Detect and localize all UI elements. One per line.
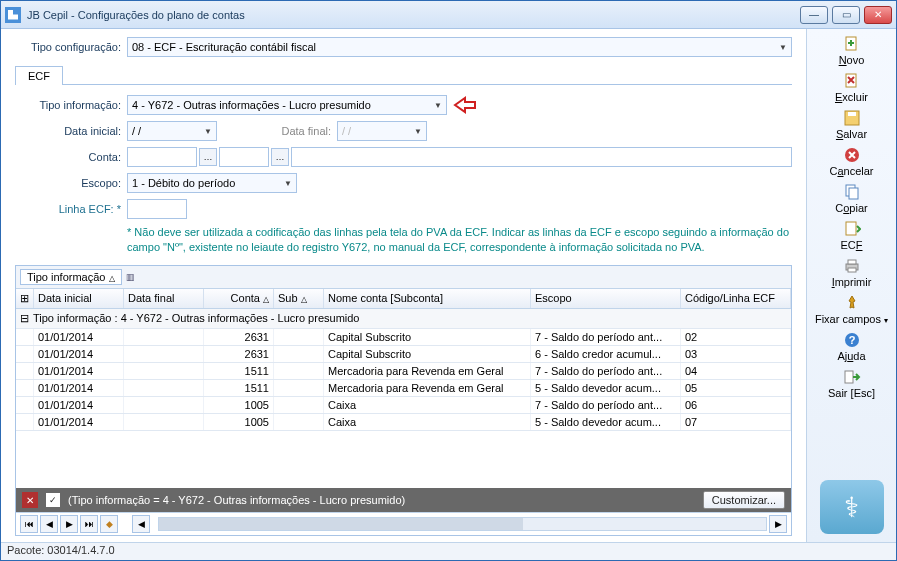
svg-rect-10 <box>848 268 856 272</box>
imprimir-button[interactable]: Imprimir <box>811 255 893 291</box>
nav-bookmark[interactable]: ◆ <box>100 515 118 533</box>
svg-rect-9 <box>848 260 856 264</box>
ecf-button[interactable]: ECF <box>811 218 893 254</box>
scroll-right[interactable]: ▶ <box>769 515 787 533</box>
chevron-down-icon: ▼ <box>204 127 212 136</box>
linha-ecf-input[interactable] <box>127 199 187 219</box>
excluir-button[interactable]: Excluir <box>811 70 893 106</box>
subconta-input[interactable] <box>219 147 269 167</box>
save-icon <box>843 109 861 127</box>
status-bar: Pacote: 03014/1.4.7.0 <box>1 542 896 560</box>
col-nome[interactable]: Nome conta [Subconta] <box>324 289 531 308</box>
tipo-config-select[interactable]: 08 - ECF - Escrituração contábil fiscal … <box>127 37 792 57</box>
filter-icon[interactable]: ▥ <box>126 272 135 282</box>
customize-button[interactable]: Customizar... <box>703 491 785 509</box>
table-row[interactable]: 01/01/20141511Mercadoria para Revenda em… <box>16 380 791 397</box>
collapse-icon[interactable]: ⊟ <box>20 312 29 325</box>
tipo-info-label: Tipo informação: <box>15 99 127 111</box>
app-window: JB Cepil - Configurações do plano de con… <box>0 0 897 561</box>
chevron-down-icon: ▼ <box>414 127 422 136</box>
fixar-campos-button[interactable]: Fixar campos ▾ <box>811 292 893 328</box>
group-row[interactable]: ⊟ Tipo informação : 4 - Y672 - Outras in… <box>16 309 791 329</box>
nav-last[interactable]: ⏭ <box>80 515 98 533</box>
chevron-down-icon: ▾ <box>884 316 888 325</box>
sort-asc-icon: △ <box>109 274 115 283</box>
nav-prev[interactable]: ◀ <box>40 515 58 533</box>
chevron-down-icon: ▼ <box>779 43 787 52</box>
group-chip[interactable]: Tipo informação △ <box>20 269 122 285</box>
svg-text:?: ? <box>848 334 855 346</box>
conta-lookup-button[interactable]: … <box>199 148 217 166</box>
tab-strip: ECF <box>15 63 792 85</box>
close-button[interactable]: ✕ <box>864 6 892 24</box>
nav-next[interactable]: ▶ <box>60 515 78 533</box>
svg-rect-3 <box>848 112 856 116</box>
pin-icon <box>843 294 861 312</box>
filter-close-button[interactable]: ✕ <box>22 492 38 508</box>
app-icon <box>5 7 21 23</box>
chevron-down-icon: ▼ <box>434 101 442 110</box>
tab-ecf[interactable]: ECF <box>15 66 63 85</box>
conta-code-input[interactable] <box>127 147 197 167</box>
col-data-final[interactable]: Data final <box>124 289 204 308</box>
table-row[interactable]: 01/01/20142631Capital Subscrito6 - Saldo… <box>16 346 791 363</box>
chevron-down-icon: ▼ <box>284 179 292 188</box>
col-linha[interactable]: Código/Linha ECF <box>681 289 791 308</box>
data-grid: Tipo informação △ ▥ ⊞ Data inicial Data … <box>15 265 792 536</box>
help-note: * Não deve ser utilizada a codificação d… <box>15 225 792 255</box>
exit-icon <box>843 368 861 386</box>
module-logo-icon: ⚕ <box>820 480 884 534</box>
print-icon <box>843 257 861 275</box>
filter-text: (Tipo informação = 4 - Y672 - Outras inf… <box>68 494 405 506</box>
nav-first[interactable]: ⏮ <box>20 515 38 533</box>
filter-bar: ✕ ✓ (Tipo informação = 4 - Y672 - Outras… <box>16 488 791 512</box>
novo-button[interactable]: Novo <box>811 33 893 69</box>
subconta-lookup-button[interactable]: … <box>271 148 289 166</box>
cancelar-button[interactable]: Cancelar <box>811 144 893 180</box>
h-scrollbar[interactable] <box>158 517 767 531</box>
escopo-label: Escopo: <box>15 177 127 189</box>
copiar-button[interactable]: Copiar <box>811 181 893 217</box>
attention-arrow-icon <box>453 96 477 114</box>
grid-body[interactable]: ⊟ Tipo informação : 4 - Y672 - Outras in… <box>16 309 791 488</box>
main-panel: Tipo configuração: 08 - ECF - Escrituraç… <box>1 29 806 542</box>
table-row[interactable]: 01/01/20142631Capital Subscrito7 - Saldo… <box>16 329 791 346</box>
table-row[interactable]: 01/01/20141005Caixa7 - Saldo do período … <box>16 397 791 414</box>
svg-rect-13 <box>845 371 853 383</box>
table-row[interactable]: 01/01/20141511Mercadoria para Revenda em… <box>16 363 791 380</box>
salvar-button[interactable]: Salvar <box>811 107 893 143</box>
scroll-left[interactable]: ◀ <box>132 515 150 533</box>
tipo-info-value: 4 - Y672 - Outras informações - Lucro pr… <box>132 99 371 111</box>
tipo-info-select[interactable]: 4 - Y672 - Outras informações - Lucro pr… <box>127 95 447 115</box>
record-nav: ⏮ ◀ ▶ ⏭ ◆ ◀ ▶ <box>16 512 791 535</box>
data-final-input[interactable]: / / ▼ <box>337 121 427 141</box>
conta-desc-input[interactable] <box>291 147 792 167</box>
col-sub[interactable]: Sub △ <box>274 289 324 308</box>
data-inicial-input[interactable]: / / ▼ <box>127 121 217 141</box>
pacote-label: Pacote: 03014/1.4.7.0 <box>7 544 115 556</box>
action-sidebar: Novo Excluir Salvar Cancelar Copiar ECF <box>806 29 896 542</box>
tipo-config-value: 08 - ECF - Escrituração contábil fiscal <box>132 41 316 53</box>
window-title: JB Cepil - Configurações do plano de con… <box>27 9 800 21</box>
col-conta[interactable]: Conta △ <box>204 289 274 308</box>
escopo-select[interactable]: 1 - Débito do período ▼ <box>127 173 297 193</box>
filter-check[interactable]: ✓ <box>46 493 60 507</box>
maximize-button[interactable]: ▭ <box>832 6 860 24</box>
data-inicial-label: Data inicial: <box>15 125 127 137</box>
help-icon: ? <box>843 331 861 349</box>
svg-rect-7 <box>846 222 856 235</box>
copy-icon <box>843 183 861 201</box>
expand-col[interactable]: ⊞ <box>16 289 34 308</box>
svg-rect-6 <box>849 188 858 199</box>
minimize-button[interactable]: — <box>800 6 828 24</box>
delete-icon <box>843 72 861 90</box>
table-row[interactable]: 01/01/20141005Caixa5 - Saldo devedor acu… <box>16 414 791 431</box>
ecf-icon <box>843 220 861 238</box>
data-final-label: Data final: <box>217 125 337 137</box>
column-headers: ⊞ Data inicial Data final Conta △ Sub △ … <box>16 289 791 309</box>
col-data-inicial[interactable]: Data inicial <box>34 289 124 308</box>
ajuda-button[interactable]: ? Ajuda <box>811 329 893 365</box>
col-escopo[interactable]: Escopo <box>531 289 681 308</box>
cancel-icon <box>843 146 861 164</box>
sair-button[interactable]: Sair [Esc] <box>811 366 893 402</box>
